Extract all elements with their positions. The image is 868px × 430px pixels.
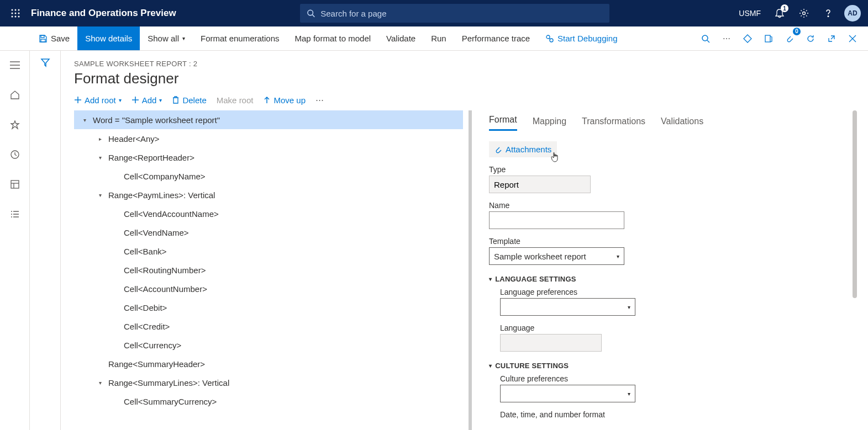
- more-icon[interactable]: ⋯: [717, 29, 737, 49]
- culture-pref-select[interactable]: ▾: [500, 385, 635, 402]
- tree-node-label: Header<Any>: [105, 134, 160, 144]
- attachments-action-icon[interactable]: 0: [780, 29, 799, 49]
- home-icon[interactable]: [6, 86, 24, 104]
- tree-row[interactable]: ▾Word = "Sample worksheet report": [74, 110, 463, 129]
- tree-row[interactable]: Cell<RoutingNumber>: [74, 261, 463, 279]
- show-all-button[interactable]: Show all▾: [140, 26, 193, 50]
- paperclip-icon: [495, 146, 502, 153]
- tree-row[interactable]: Cell<AccountNumber>: [74, 279, 463, 298]
- tree-row[interactable]: Cell<CompanyName>: [74, 167, 463, 185]
- svg-point-7: [15, 16, 17, 18]
- template-select[interactable]: Sample worksheet report ▾: [489, 247, 624, 265]
- collapse-icon[interactable]: ▾: [95, 155, 105, 161]
- svg-point-8: [18, 16, 20, 18]
- page-title: Format designer: [74, 70, 855, 87]
- favorites-icon[interactable]: [6, 116, 24, 134]
- tab-mapping[interactable]: Mapping: [533, 116, 566, 131]
- search-input[interactable]: [320, 9, 603, 18]
- tree-row[interactable]: Cell<Credit>: [74, 317, 463, 336]
- chevron-down-icon: ▾: [182, 35, 185, 41]
- svg-point-11: [803, 12, 806, 15]
- name-field[interactable]: [489, 211, 624, 229]
- close-icon[interactable]: [843, 29, 862, 49]
- tab-validations[interactable]: Validations: [661, 116, 703, 131]
- tree-node-label: Cell<RoutingNumber>: [120, 266, 206, 275]
- refresh-icon[interactable]: [801, 29, 820, 49]
- action-search-icon[interactable]: [696, 29, 716, 49]
- format-enumerations-button[interactable]: Format enumerations: [193, 26, 287, 50]
- show-details-button[interactable]: Show details: [77, 26, 140, 50]
- settings-icon[interactable]: [793, 2, 815, 24]
- start-debugging-button[interactable]: Start Debugging: [538, 26, 625, 50]
- hamburger-icon[interactable]: [6, 56, 24, 74]
- tree-row[interactable]: ▾Range<ReportHeader>: [74, 148, 463, 167]
- notifications-icon[interactable]: 1: [769, 2, 791, 24]
- run-button[interactable]: Run: [423, 26, 454, 50]
- datetime-label: Date, time, and number format: [500, 410, 847, 419]
- format-tree[interactable]: ▾Word = "Sample worksheet report"▸Header…: [74, 110, 472, 430]
- tree-node-label: Cell<SummaryCurrency>: [120, 397, 217, 406]
- svg-rect-13: [41, 35, 44, 38]
- workspaces-icon[interactable]: [6, 176, 24, 193]
- tree-node-label: Cell<AccountNumber>: [120, 284, 207, 294]
- help-icon[interactable]: [817, 2, 839, 24]
- more-actions-icon[interactable]: ⋯: [315, 95, 324, 105]
- recent-icon[interactable]: [6, 146, 24, 163]
- svg-point-5: [18, 13, 20, 14]
- tree-row[interactable]: Cell<VendAccountName>: [74, 204, 463, 223]
- collapse-icon[interactable]: ▾: [95, 380, 105, 386]
- language-settings-header[interactable]: ▾LANGUAGE SETTINGS: [489, 275, 847, 283]
- chevron-down-icon: ▾: [159, 97, 162, 103]
- lang-pref-select[interactable]: ▾: [500, 298, 635, 316]
- tree-row[interactable]: Cell<SummaryCurrency>: [74, 392, 463, 411]
- global-search[interactable]: [300, 4, 609, 23]
- triangle-down-icon: ▾: [489, 363, 492, 369]
- delete-button[interactable]: Delete: [172, 95, 206, 105]
- tree-row[interactable]: Cell<VendName>: [74, 223, 463, 242]
- culture-settings-header[interactable]: ▾CULTURE SETTINGS: [489, 362, 847, 370]
- app-launcher-icon[interactable]: [4, 2, 27, 24]
- tree-node-label: Word = "Sample worksheet report": [90, 115, 220, 125]
- svg-point-0: [12, 9, 13, 11]
- tab-transformations[interactable]: Transformations: [582, 116, 645, 131]
- map-format-button[interactable]: Map format to model: [287, 26, 379, 50]
- chevron-down-icon: ▾: [119, 97, 122, 103]
- add-root-button[interactable]: Add root▾: [74, 95, 122, 105]
- move-up-button[interactable]: Move up: [263, 95, 306, 105]
- chevron-down-icon: ▾: [617, 253, 619, 259]
- type-label: Type: [489, 165, 847, 174]
- modules-icon[interactable]: [6, 205, 24, 223]
- tree-row[interactable]: ▾Range<SummaryLines>: Vertical: [74, 373, 463, 392]
- collapse-icon[interactable]: ▾: [80, 117, 90, 123]
- svg-point-17: [702, 35, 708, 41]
- tree-row[interactable]: Range<SummaryHeader>: [74, 354, 463, 373]
- tree-node-label: Cell<CompanyName>: [120, 172, 206, 181]
- validate-button[interactable]: Validate: [378, 26, 423, 50]
- company-code[interactable]: USMF: [733, 9, 766, 18]
- collapse-icon[interactable]: ▾: [95, 192, 105, 198]
- save-button[interactable]: Save: [31, 26, 77, 50]
- attachments-button[interactable]: Attachments: [489, 141, 557, 157]
- tree-row[interactable]: Cell<Bank>: [74, 242, 463, 261]
- diamond-icon[interactable]: [738, 29, 757, 49]
- svg-point-3: [12, 13, 13, 14]
- template-label: Template: [489, 237, 847, 246]
- expand-icon[interactable]: ▸: [95, 136, 105, 142]
- office-icon[interactable]: [759, 29, 778, 49]
- tree-row[interactable]: ▸Header<Any>: [74, 129, 463, 148]
- performance-trace-button[interactable]: Performance trace: [454, 26, 538, 50]
- arrow-up-icon: [263, 96, 271, 104]
- tree-row[interactable]: Cell<Debit>: [74, 298, 463, 317]
- panel-scrollbar[interactable]: [853, 110, 857, 430]
- plus-icon: [131, 96, 139, 104]
- svg-point-12: [828, 16, 829, 17]
- user-avatar[interactable]: AD: [841, 2, 864, 24]
- tree-node-label: Range<PaymLines>: Vertical: [105, 190, 215, 200]
- tree-row[interactable]: ▾Range<PaymLines>: Vertical: [74, 185, 463, 204]
- filter-icon[interactable]: [40, 57, 50, 430]
- popout-icon[interactable]: [822, 29, 841, 49]
- tree-row[interactable]: Cell<Currency>: [74, 336, 463, 354]
- tree-node-label: Cell<Debit>: [120, 303, 167, 312]
- tab-format[interactable]: Format: [489, 115, 517, 131]
- add-button[interactable]: Add▾: [131, 95, 162, 105]
